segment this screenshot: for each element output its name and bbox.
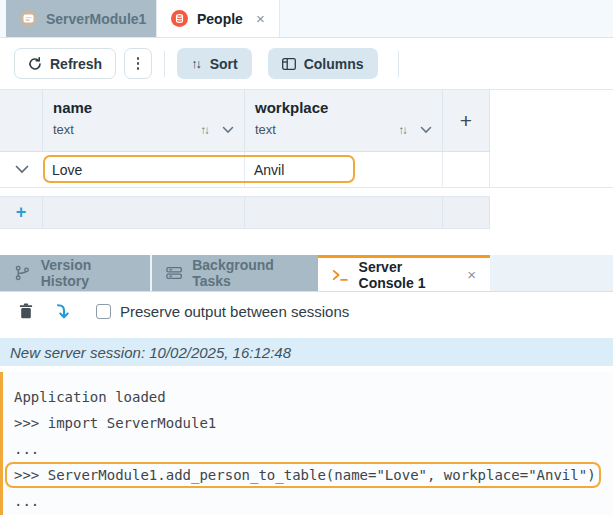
table-header-row: name text ↑↓ workplace text ↑↓ +: [0, 90, 613, 152]
toolbar-divider: [398, 51, 399, 77]
add-row[interactable]: +: [0, 196, 490, 229]
scroll-to-bottom-button[interactable]: [50, 299, 74, 323]
tab-people[interactable]: People ×: [156, 0, 280, 37]
column-type: text: [255, 122, 276, 137]
preserve-output-checkbox[interactable]: [96, 304, 111, 319]
more-options-button[interactable]: [124, 48, 152, 79]
tab-server-console-1[interactable]: Server Console 1 ×: [318, 255, 490, 291]
column-title: name: [53, 99, 234, 116]
column-header-workplace[interactable]: workplace text ↑↓: [245, 90, 443, 152]
console-line: Application loaded: [0, 384, 613, 410]
data-table: name text ↑↓ workplace text ↑↓ + Love An…: [0, 90, 613, 229]
tab-label: Server Console 1: [359, 259, 454, 291]
sort-label: Sort: [210, 56, 238, 72]
chevron-down-icon[interactable]: [222, 126, 234, 134]
column-sort-icon[interactable]: ↑↓: [399, 124, 407, 136]
editor-tab-bar: ServerModule1 People ×: [0, 0, 613, 38]
chevron-down-icon[interactable]: [420, 126, 432, 134]
version-history-icon: [14, 264, 31, 282]
tab-label: People: [197, 11, 243, 27]
row-gap: [0, 188, 613, 196]
console-accent-bar: [0, 372, 3, 515]
kebab-menu-icon: [137, 57, 140, 70]
column-type: text: [53, 122, 74, 137]
column-sort-icon[interactable]: ↑↓: [201, 124, 209, 136]
columns-label: Columns: [304, 56, 364, 72]
refresh-icon: [28, 57, 42, 71]
tab-label: Version History: [41, 257, 136, 289]
columns-button[interactable]: Columns: [268, 48, 378, 79]
tab-label: ServerModule1: [46, 11, 146, 27]
console-output[interactable]: Application loaded >>> import ServerModu…: [0, 372, 613, 515]
sort-button[interactable]: ↑↓ Sort: [177, 48, 252, 79]
table-toolbar: Refresh ↑↓ Sort Columns: [0, 38, 613, 90]
console-line: ...: [0, 488, 613, 514]
session-gap: [0, 330, 613, 338]
tab-version-history[interactable]: Version History: [0, 255, 150, 291]
console-line: >>> import ServerModule1: [0, 410, 613, 436]
panel-gap: [0, 229, 613, 255]
tab-label: Background Tasks: [192, 257, 304, 289]
database-icon: [171, 10, 188, 27]
close-icon[interactable]: ×: [467, 266, 476, 283]
table-row[interactable]: Love Anvil: [0, 152, 613, 188]
console-line: ...: [0, 436, 613, 462]
clear-console-button[interactable]: [14, 299, 38, 323]
bottom-panel-tab-bar: Version History Background Tasks Server …: [0, 255, 613, 292]
server-module-icon: [20, 10, 37, 27]
close-icon[interactable]: ×: [256, 10, 265, 27]
refresh-button[interactable]: Refresh: [14, 48, 116, 79]
column-title: workplace: [255, 99, 432, 116]
header-spacer-cell: [0, 90, 43, 152]
console-line-highlighted: >>> ServerModule1.add_person_to_table(na…: [5, 462, 601, 488]
session-banner: New server session: 10/02/2025, 16:12:48: [0, 338, 613, 366]
cell-add-column: [443, 152, 490, 187]
refresh-label: Refresh: [50, 56, 102, 72]
terminal-icon: [332, 268, 349, 282]
column-header-name[interactable]: name text ↑↓: [43, 90, 245, 152]
cell-workplace[interactable]: Anvil: [245, 152, 443, 187]
preserve-output-label: Preserve output between sessions: [120, 303, 349, 320]
columns-icon: [282, 58, 296, 70]
session-banner-text: New server session: 10/02/2025, 16:12:48: [10, 344, 291, 361]
background-tasks-icon: [166, 266, 182, 280]
toolbar-divider: [164, 51, 165, 77]
chevron-down-icon: [15, 165, 29, 174]
tab-server-module1[interactable]: ServerModule1: [6, 0, 156, 37]
add-row-plus-icon[interactable]: +: [0, 197, 43, 228]
trash-icon: [19, 303, 33, 319]
add-row-cell[interactable]: [43, 197, 245, 228]
cell-name[interactable]: Love: [43, 152, 245, 187]
arrow-down-icon: [55, 303, 69, 320]
sort-arrows-icon: ↑↓: [191, 57, 202, 71]
row-expand-button[interactable]: [0, 152, 43, 187]
add-row-cell: [443, 197, 490, 228]
console-toolbar: Preserve output between sessions: [0, 292, 613, 330]
add-row-cell[interactable]: [245, 197, 443, 228]
tab-background-tasks[interactable]: Background Tasks: [152, 255, 318, 291]
add-column-button[interactable]: +: [443, 90, 490, 152]
